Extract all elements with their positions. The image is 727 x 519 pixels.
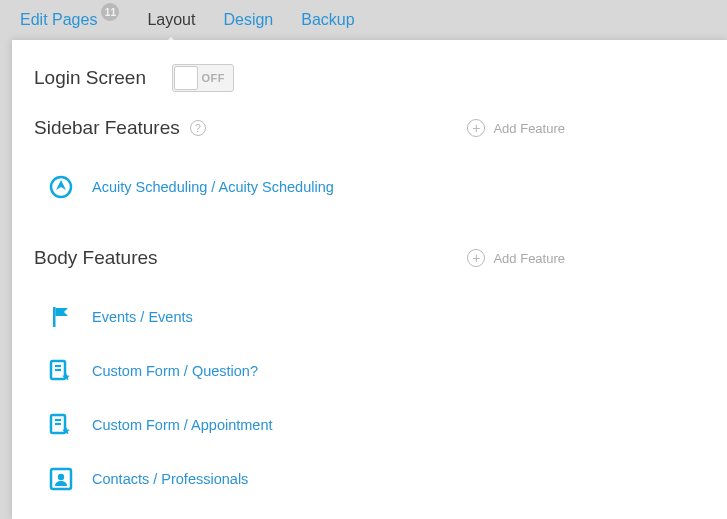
tab-edit-pages[interactable]: Edit Pages 11 <box>20 11 119 29</box>
body-features-header: Body Features + Add Feature <box>34 238 705 278</box>
body-feature-list: Events / Events Custom Form / Question? … <box>34 278 705 519</box>
tab-label: Edit Pages <box>20 11 97 29</box>
plus-icon: + <box>467 249 485 267</box>
sidebar-feature-list: Acuity Scheduling / Acuity Scheduling <box>34 148 705 232</box>
tab-backup[interactable]: Backup <box>301 11 354 29</box>
help-icon[interactable]: ? <box>190 120 206 136</box>
toggle-knob <box>174 66 198 90</box>
feature-label: Contacts / Professionals <box>92 471 248 487</box>
form-icon <box>48 358 74 384</box>
feature-label: Events / Events <box>92 309 193 325</box>
feature-item-question[interactable]: Custom Form / Question? <box>48 344 705 398</box>
tab-badge: 11 <box>101 3 119 21</box>
toggle-state-label: OFF <box>201 72 225 84</box>
feature-item-call[interactable]: Tap To Call / Call Us <box>48 506 705 519</box>
tab-label: Design <box>223 11 273 29</box>
add-sidebar-feature-button[interactable]: + Add Feature <box>467 119 705 137</box>
feature-item-acuity[interactable]: Acuity Scheduling / Acuity Scheduling <box>48 160 705 214</box>
tabbar: Edit Pages 11 Layout Design Backup <box>0 0 727 40</box>
sidebar-features-title: Sidebar Features <box>34 117 180 139</box>
login-toggle[interactable]: OFF <box>172 64 234 92</box>
feature-item-events[interactable]: Events / Events <box>48 290 705 344</box>
feature-label: Custom Form / Question? <box>92 363 258 379</box>
layout-panel: Login Screen OFF Sidebar Features ? + Ad… <box>12 40 727 519</box>
login-screen-row: Login Screen OFF <box>34 64 705 92</box>
sidebar-features-header: Sidebar Features ? + Add Feature <box>34 108 705 148</box>
tab-label: Layout <box>147 11 195 29</box>
add-feature-label: Add Feature <box>493 251 565 266</box>
flag-icon <box>48 304 74 330</box>
add-body-feature-button[interactable]: + Add Feature <box>467 249 705 267</box>
add-feature-label: Add Feature <box>493 121 565 136</box>
form-icon <box>48 412 74 438</box>
contact-icon <box>48 466 74 492</box>
feature-item-appointment[interactable]: Custom Form / Appointment <box>48 398 705 452</box>
feature-label: Custom Form / Appointment <box>92 417 273 433</box>
plus-icon: + <box>467 119 485 137</box>
feature-label: Acuity Scheduling / Acuity Scheduling <box>92 179 334 195</box>
login-screen-title: Login Screen <box>34 67 146 89</box>
acuity-icon <box>48 174 74 200</box>
tab-design[interactable]: Design <box>223 11 273 29</box>
feature-item-contacts[interactable]: Contacts / Professionals <box>48 452 705 506</box>
body-features-title: Body Features <box>34 247 158 269</box>
tab-label: Backup <box>301 11 354 29</box>
tab-layout[interactable]: Layout <box>147 11 195 29</box>
